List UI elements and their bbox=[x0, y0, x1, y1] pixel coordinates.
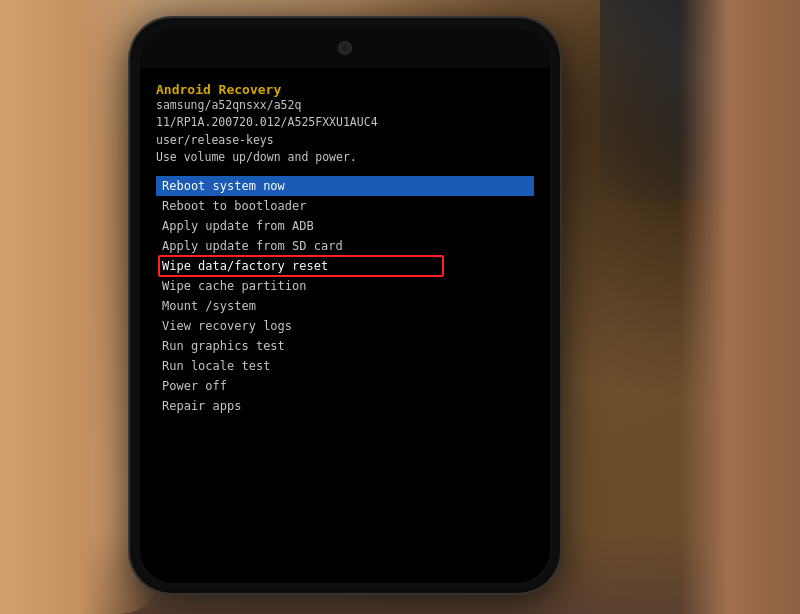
menu-item-run-graphics[interactable]: Run graphics test bbox=[156, 336, 534, 356]
header-line-2: 11/RP1A.200720.012/A525FXXU1AUC4 bbox=[156, 114, 534, 131]
phone-bezel: Android Recovery samsung/a52qnsxx/a52q 1… bbox=[140, 28, 550, 583]
menu-item-reboot-bootloader[interactable]: Reboot to bootloader bbox=[156, 196, 534, 216]
menu-item-wipe-data[interactable]: Wipe data/factory reset bbox=[156, 256, 534, 276]
screen: Android Recovery samsung/a52qnsxx/a52q 1… bbox=[140, 68, 550, 583]
menu-item-repair-apps[interactable]: Repair apps bbox=[156, 396, 534, 416]
menu-item-mount-system[interactable]: Mount /system bbox=[156, 296, 534, 316]
camera-area bbox=[140, 28, 550, 68]
header-line-3: user/release-keys bbox=[156, 132, 534, 149]
wipe-item-wrapper: Wipe data/factory reset ← bbox=[156, 256, 534, 276]
menu-item-reboot-system[interactable]: Reboot system now bbox=[156, 176, 534, 196]
camera-dot bbox=[338, 41, 352, 55]
menu-item-view-recovery[interactable]: View recovery logs bbox=[156, 316, 534, 336]
menu-item-wipe-cache[interactable]: Wipe cache partition bbox=[156, 276, 534, 296]
header-info: Android Recovery samsung/a52qnsxx/a52q 1… bbox=[156, 82, 534, 166]
android-recovery-title: Android Recovery bbox=[156, 82, 534, 97]
menu-item-apply-sdcard[interactable]: Apply update from SD card bbox=[156, 236, 534, 256]
menu-item-run-locale[interactable]: Run locale test bbox=[156, 356, 534, 376]
menu-list: Reboot system now Reboot to bootloader A… bbox=[156, 176, 534, 416]
menu-item-power-off[interactable]: Power off bbox=[156, 376, 534, 396]
menu-item-apply-adb[interactable]: Apply update from ADB bbox=[156, 216, 534, 236]
phone-outer: Android Recovery samsung/a52qnsxx/a52q 1… bbox=[130, 18, 560, 593]
hand-right bbox=[680, 0, 800, 614]
header-sub-lines: samsung/a52qnsxx/a52q 11/RP1A.200720.012… bbox=[156, 97, 534, 166]
header-line-1: samsung/a52qnsxx/a52q bbox=[156, 97, 534, 114]
header-line-4: Use volume up/down and power. bbox=[156, 149, 534, 166]
